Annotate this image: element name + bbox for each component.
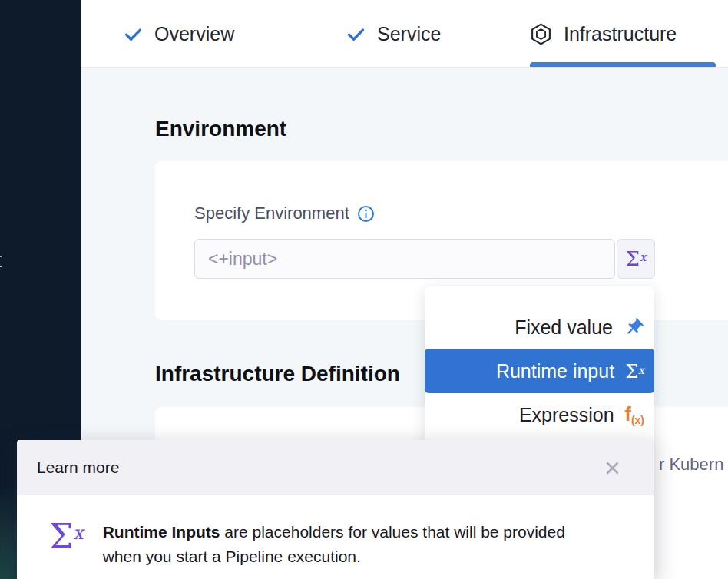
sigma-icon: Σx [626, 249, 647, 269]
popup-body: Σx Runtime Inputs are placeholders for v… [17, 495, 654, 569]
popup-text-bold: Runtime Inputs [103, 523, 220, 541]
tab-infrastructure[interactable]: Infrastructure [529, 0, 677, 68]
popup-text: Runtime Inputs are placeholders for valu… [103, 520, 583, 569]
tab-overview[interactable]: Overview [123, 0, 234, 68]
close-button[interactable] [601, 456, 624, 479]
runtime-sigma-icon: Σx [49, 520, 84, 554]
tab-label: Infrastructure [564, 23, 677, 45]
close-icon [604, 459, 621, 477]
dropdown-item-label: Runtime input [496, 360, 614, 382]
dropdown-item-expression[interactable]: Expression f(x) [425, 393, 654, 436]
active-tab-underline [530, 62, 716, 67]
value-type-dropdown: Fixed value Runtime input Σx Expression … [425, 286, 654, 451]
kubernetes-clipped-text: r Kubern [659, 455, 723, 475]
environment-heading: Environment [155, 117, 286, 141]
learn-more-popup: Learn more Σx Runtime Inputs are placeho… [17, 440, 654, 579]
dropdown-item-label: Fixed value [515, 316, 613, 339]
hexagon-icon [529, 22, 553, 46]
infrastructure-definition-heading: Infrastructure Definition [155, 362, 400, 386]
tab-label: Service [377, 23, 441, 45]
sigma-icon: Σx [625, 362, 644, 381]
specify-environment-label: Specify Environment [194, 203, 375, 223]
sidebar-clipped-text: t [0, 249, 2, 273]
check-icon [346, 24, 366, 45]
environment-input[interactable] [194, 239, 615, 279]
dropdown-item-label: Expression [519, 404, 614, 426]
info-icon[interactable] [357, 205, 375, 223]
dropdown-item-fixed-value[interactable]: Fixed value [425, 306, 654, 349]
fx-icon: f(x) [625, 405, 644, 425]
dropdown-item-runtime-input[interactable]: Runtime input Σx [425, 349, 654, 393]
tab-label: Overview [154, 23, 234, 45]
tab-service[interactable]: Service [346, 0, 441, 68]
popup-title: Learn more [37, 458, 119, 477]
runtime-input-type-button[interactable]: Σx [617, 239, 655, 279]
check-icon [123, 24, 144, 45]
popup-header: Learn more [17, 440, 654, 495]
page: t Overview Service [0, 0, 728, 579]
pin-icon [624, 317, 644, 338]
stage-tabbar: Overview Service Infrastructure [81, 0, 728, 68]
